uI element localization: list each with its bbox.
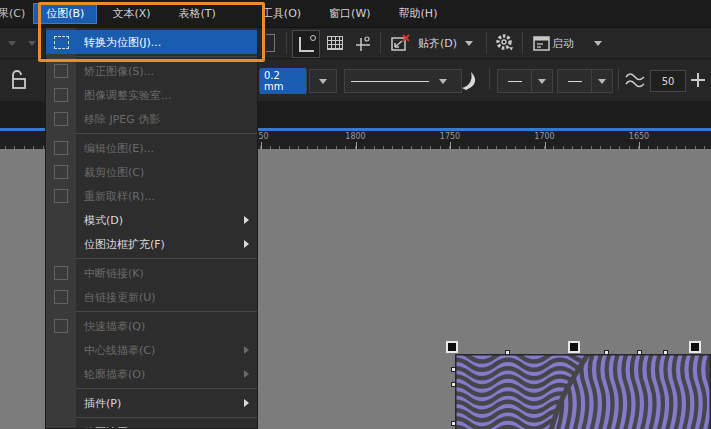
snap-menu-label[interactable]: 贴齐(D) <box>418 36 457 51</box>
snap-off-icon <box>390 33 412 53</box>
ruler-major-tick <box>545 142 546 149</box>
straighten-image-icon <box>46 64 76 78</box>
wave-smoothing-icon <box>625 71 645 89</box>
end-arrowhead-caret[interactable] <box>591 69 613 93</box>
menu-item-label: 转换为位图(J)... <box>84 35 161 50</box>
hidden-combo-caret <box>8 41 16 46</box>
menubar-item-2[interactable]: 表格(T) <box>166 3 229 24</box>
curve-node-dot[interactable] <box>451 421 456 426</box>
grid-setup-button[interactable] <box>322 30 348 56</box>
crop-bitmap-icon <box>46 165 76 179</box>
edit-bitmap-icon <box>46 141 76 155</box>
smoothing-stepper[interactable] <box>690 71 706 93</box>
wavy-stripes-object[interactable] <box>455 354 711 429</box>
ruler-icon <box>299 37 314 52</box>
menu-item-17: 轮廓描摹(O) <box>46 362 257 386</box>
plus-icon <box>690 71 706 89</box>
menubar-item-3[interactable]: 工具(O) <box>249 3 314 24</box>
open-lock-icon <box>9 68 29 91</box>
convert-to-bitmap-icon <box>46 36 76 49</box>
curve-node-dot[interactable] <box>451 367 456 372</box>
start-arrowhead-preview <box>508 81 522 82</box>
toolbar-separator <box>486 32 487 54</box>
update-from-link-icon <box>46 290 76 304</box>
ruler-setup-button[interactable] <box>292 30 320 58</box>
lock-button[interactable] <box>9 68 29 95</box>
menu-item-label: 裁剪位图(C) <box>84 165 144 180</box>
curve-node-dot[interactable] <box>451 382 456 387</box>
selection-handle-top-left[interactable] <box>446 341 458 353</box>
menu-item-0[interactable]: 转换为位图(J)... <box>46 30 257 54</box>
toolbar-separator <box>522 32 523 54</box>
start-arrowhead-caret[interactable] <box>531 69 553 93</box>
menu-item-label: 位图遮罩(M) <box>84 425 146 429</box>
menu-item-3: 图像调整实验室... <box>46 83 257 107</box>
menu-item-9[interactable]: 模式(D) <box>46 208 257 232</box>
ruler-major-tick <box>639 142 640 149</box>
menu-item-21[interactable]: 位图遮罩(M) <box>46 420 257 429</box>
end-arrowhead-select[interactable] <box>557 69 593 93</box>
menubar-item-1[interactable]: 文本(X) <box>99 3 163 24</box>
menu-item-12: 中断链接(K) <box>46 261 257 285</box>
guidelines-icon <box>354 34 372 52</box>
line-style-dropdown[interactable] <box>344 69 462 93</box>
menu-item-label: 位图边框扩充(F) <box>84 237 165 252</box>
ruler-major-tick <box>261 142 262 149</box>
selection-handle-top-middle[interactable] <box>568 341 580 353</box>
menu-item-label: 模式(D) <box>84 213 123 228</box>
propbar-separator <box>618 68 619 90</box>
start-arrowhead-select[interactable] <box>497 69 533 93</box>
menubar-item-4[interactable]: 窗口(W) <box>316 3 383 24</box>
outline-width-dropdown[interactable] <box>309 69 337 93</box>
menubar-item-5[interactable]: 帮助(H) <box>386 3 451 24</box>
outline-width-value: 0.2 mm <box>260 68 306 94</box>
menu-item-10[interactable]: 位图边框扩充(F) <box>46 232 257 256</box>
calligraphy-pen-icon <box>458 69 482 93</box>
smoothing-input[interactable]: 50 <box>650 70 686 92</box>
menu-item-label: 轮廓描摹(O) <box>84 367 145 382</box>
smoothing-value: 50 <box>662 76 675 87</box>
menu-item-label: 自链接更新(U) <box>84 290 156 305</box>
menu-item-19[interactable]: 插件(P) <box>46 391 257 415</box>
menu-item-8: 重新取样(R)... <box>46 184 257 208</box>
quick-trace-icon <box>46 319 76 333</box>
submenu-arrow-icon <box>244 370 249 378</box>
ruler-major-tick <box>450 142 451 149</box>
menu-item-label: 中心线描摹(C) <box>84 343 155 358</box>
propbar-separator <box>489 68 490 90</box>
launch-menu-caret[interactable] <box>594 41 602 46</box>
line-style-preview <box>351 81 429 82</box>
menu-item-label: 中断链接(K) <box>84 266 144 281</box>
launch-menu-label[interactable]: 启动 <box>552 36 574 51</box>
curve-node-dot[interactable] <box>637 350 642 355</box>
launch-icon <box>533 36 550 51</box>
launch-button-icon-wrap[interactable] <box>528 30 554 56</box>
menubar-item-effects-partial[interactable]: 果(C) <box>0 3 33 24</box>
curve-node-dot[interactable] <box>663 350 668 355</box>
curve-node-dot[interactable] <box>505 350 510 355</box>
toolbar-separator <box>380 32 381 54</box>
menu-item-label: 快速描摹(Q) <box>84 319 145 334</box>
snap-off-button[interactable] <box>388 30 414 56</box>
hidden-combo-caret <box>28 41 36 46</box>
resample-icon <box>46 189 76 203</box>
break-link-icon <box>46 266 76 280</box>
freehand-smoothing-pen-button[interactable] <box>458 69 482 97</box>
curve-node-dot[interactable] <box>604 350 609 355</box>
selection-handle-top-right[interactable] <box>689 341 701 353</box>
guidelines-setup-button[interactable] <box>350 30 376 56</box>
submenu-arrow-icon <box>244 240 249 248</box>
image-adjustment-lab-icon <box>46 88 76 102</box>
bitmap-menu-dropdown: 转换为位图(J)...矫正图像(S)...图像调整实验室...移除 JPEG 伪… <box>45 27 258 429</box>
ruler-major-tick <box>356 142 357 149</box>
menu-item-label: 矫正图像(S)... <box>84 64 154 79</box>
submenu-arrow-icon <box>244 346 249 354</box>
snap-menu-caret[interactable] <box>465 41 473 46</box>
clipped-toolbar-icon <box>266 34 275 52</box>
outline-width-input[interactable]: 0.2 mm <box>259 70 307 92</box>
end-arrowhead-preview <box>568 81 582 82</box>
menubar-item-0[interactable]: 位图(B) <box>33 3 97 24</box>
menu-item-6: 编辑位图(E)... <box>46 136 257 160</box>
options-button[interactable] <box>492 30 518 56</box>
ruler-label: 1650 <box>629 132 649 141</box>
